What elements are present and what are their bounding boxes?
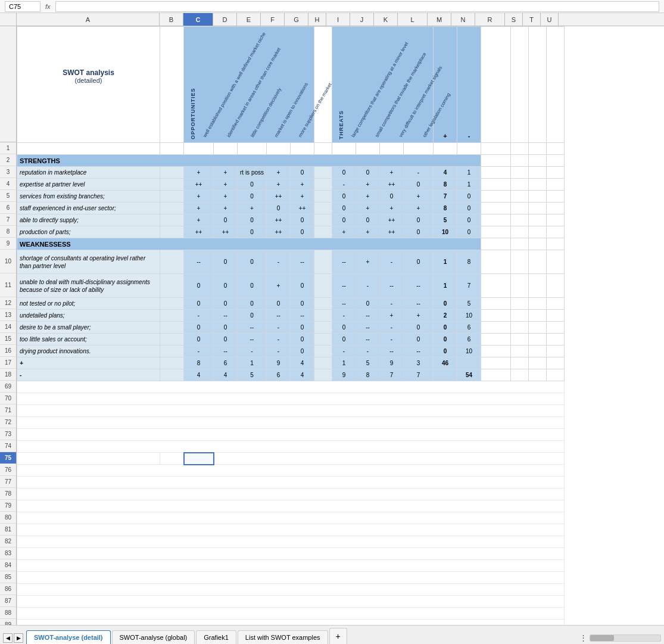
r5-b[interactable] — [160, 191, 184, 203]
r14-k[interactable]: - — [380, 322, 404, 334]
r10-d[interactable]: 0 — [214, 250, 238, 274]
r17-t[interactable] — [529, 357, 547, 369]
r3-d[interactable]: + — [214, 167, 238, 179]
r5-k[interactable]: 0 — [380, 191, 404, 203]
r13-i[interactable]: - — [332, 310, 356, 322]
r8-h[interactable] — [314, 226, 332, 238]
r10-t[interactable] — [529, 250, 547, 274]
r10-j[interactable]: + — [356, 250, 380, 274]
r8-r[interactable] — [481, 226, 511, 238]
r14-b[interactable] — [160, 322, 184, 334]
r6-f[interactable]: 0 — [267, 203, 291, 214]
r16-s[interactable] — [511, 346, 529, 357]
col-header-n[interactable]: N — [451, 13, 475, 26]
r10-k[interactable]: - — [380, 250, 404, 274]
r14-c[interactable]: 0 — [184, 322, 214, 334]
r17-m[interactable]: 46 — [434, 357, 457, 369]
r18-e[interactable]: 5 — [238, 369, 267, 381]
tab-more-button[interactable]: ⋮ — [579, 633, 587, 642]
r15-i[interactable]: 0 — [332, 334, 356, 346]
r18-j[interactable]: 8 — [356, 369, 380, 381]
r5-c[interactable]: + — [184, 191, 214, 203]
r13-h[interactable] — [314, 310, 332, 322]
r1-s[interactable] — [511, 143, 529, 155]
r7-b[interactable] — [160, 214, 184, 226]
r14-j[interactable]: -- — [356, 322, 380, 334]
r6-d[interactable]: + — [214, 203, 238, 214]
r5-d[interactable]: + — [214, 191, 238, 203]
r10-u[interactable] — [547, 250, 565, 274]
r1-b[interactable] — [160, 143, 184, 155]
r12-l[interactable]: -- — [404, 298, 434, 310]
col-header-c[interactable]: C — [183, 13, 213, 26]
r6-k[interactable]: + — [380, 203, 404, 214]
r11-f[interactable]: + — [267, 274, 291, 298]
r13-d[interactable]: -- — [214, 310, 238, 322]
r9-u[interactable] — [547, 238, 565, 250]
r15-r[interactable] — [481, 334, 511, 346]
r18-i[interactable]: 9 — [332, 369, 356, 381]
r15-t[interactable] — [529, 334, 547, 346]
r17-d[interactable]: 6 — [214, 357, 238, 369]
col-header-g[interactable]: G — [285, 13, 308, 26]
r7-s[interactable] — [511, 214, 529, 226]
r1-m[interactable] — [434, 143, 457, 155]
r12-r[interactable] — [481, 298, 511, 310]
r3-r[interactable] — [481, 167, 511, 179]
r11-d[interactable]: 0 — [214, 274, 238, 298]
col-header-r[interactable]: R — [475, 13, 505, 26]
nav-left-arrow[interactable]: ◀ — [3, 633, 13, 643]
r13-f[interactable]: -- — [267, 310, 291, 322]
r5-r[interactable] — [481, 191, 511, 203]
r15-j[interactable]: -- — [356, 334, 380, 346]
r1-i[interactable] — [332, 143, 356, 155]
r15-h[interactable] — [314, 334, 332, 346]
r11-j[interactable]: - — [356, 274, 380, 298]
r12-label[interactable]: not tested or no pilot; — [17, 298, 160, 310]
r17-r[interactable] — [481, 357, 511, 369]
r10-b[interactable] — [160, 250, 184, 274]
r3-h[interactable] — [314, 167, 332, 179]
r16-h[interactable] — [314, 346, 332, 357]
r10-f[interactable]: - — [267, 250, 291, 274]
r13-u[interactable] — [547, 310, 565, 322]
r14-m[interactable]: 0 — [434, 322, 457, 334]
r10-r[interactable] — [481, 250, 511, 274]
r12-h[interactable] — [314, 298, 332, 310]
r75-a[interactable] — [17, 453, 160, 465]
r11-u[interactable] — [547, 274, 565, 298]
col-header-i[interactable]: I — [326, 13, 350, 26]
col-header-e[interactable]: E — [237, 13, 261, 26]
r7-d[interactable]: 0 — [214, 214, 238, 226]
r18-b[interactable] — [160, 369, 184, 381]
r16-k[interactable]: -- — [380, 346, 404, 357]
r16-f[interactable]: - — [267, 346, 291, 357]
r8-m[interactable]: 10 — [434, 226, 457, 238]
r5-m[interactable]: 7 — [434, 191, 457, 203]
r13-e[interactable]: 0 — [238, 310, 267, 322]
horizontal-scrollbar[interactable] — [590, 634, 661, 642]
r8-b[interactable] — [160, 226, 184, 238]
r3-t[interactable] — [529, 167, 547, 179]
r13-label[interactable]: undetailed plans; — [17, 310, 160, 322]
r8-k[interactable]: ++ — [380, 226, 404, 238]
r6-h[interactable] — [314, 203, 332, 214]
sheet-content[interactable]: SWOT analysis (detailed) 💻 AllBusiness T… — [17, 26, 664, 625]
col-header-j[interactable]: J — [350, 13, 374, 26]
r1-k[interactable] — [380, 143, 404, 155]
r11-label[interactable]: unable to deal with multi-disciplinary a… — [17, 274, 160, 298]
r11-l[interactable]: -- — [404, 274, 434, 298]
r8-i[interactable]: + — [332, 226, 356, 238]
strengths-label[interactable]: STRENGTHS — [17, 155, 481, 167]
r11-n[interactable]: 7 — [457, 274, 481, 298]
r13-r[interactable] — [481, 310, 511, 322]
r10-c[interactable]: -- — [184, 250, 214, 274]
r3-j[interactable]: 0 — [356, 167, 380, 179]
r18-c[interactable]: 4 — [184, 369, 214, 381]
r1-g[interactable] — [291, 143, 314, 155]
r17-f[interactable]: 9 — [267, 357, 291, 369]
r12-d[interactable]: 0 — [214, 298, 238, 310]
r7-g[interactable]: 0 — [291, 214, 314, 226]
r6-s[interactable] — [511, 203, 529, 214]
r14-u[interactable] — [547, 322, 565, 334]
